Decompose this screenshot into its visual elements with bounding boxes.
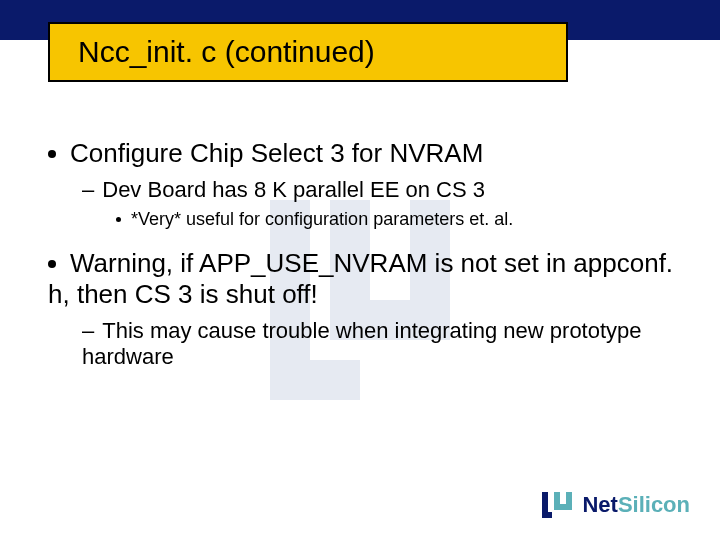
dash-icon: –	[82, 318, 94, 344]
logo-silicon: Silicon	[618, 492, 690, 517]
logo-mark-icon	[538, 488, 576, 522]
bullet-text: Configure Chip Select 3 for NVRAM	[70, 138, 483, 168]
bullet-level1: Warning, if APP_USE_NVRAM is not set in …	[48, 248, 690, 310]
slide-title: Ncc_init. c (continued)	[78, 35, 375, 69]
bullet-text: *Very* useful for configuration paramete…	[131, 209, 513, 229]
logo-text: NetSilicon	[582, 492, 690, 518]
bullet-level1: Configure Chip Select 3 for NVRAM	[48, 138, 690, 169]
title-box: Ncc_init. c (continued)	[48, 22, 568, 82]
logo-net: Net	[582, 492, 617, 517]
dash-icon: –	[82, 177, 94, 203]
content-area: Configure Chip Select 3 for NVRAM –Dev B…	[48, 120, 690, 376]
bullet-text: Dev Board has 8 K parallel EE on CS 3	[102, 177, 485, 202]
bullet-dot-icon	[48, 150, 56, 158]
bullet-text: Warning, if APP_USE_NVRAM is not set in …	[48, 248, 673, 309]
bullet-text: This may cause trouble when integrating …	[82, 318, 642, 369]
bullet-dot-small-icon	[116, 217, 121, 222]
bullet-level2: –Dev Board has 8 K parallel EE on CS 3	[82, 177, 690, 203]
bullet-dot-icon	[48, 260, 56, 268]
footer-logo: NetSilicon	[538, 488, 690, 522]
bullet-level2: –This may cause trouble when integrating…	[82, 318, 690, 370]
bullet-level3: *Very* useful for configuration paramete…	[116, 209, 690, 230]
